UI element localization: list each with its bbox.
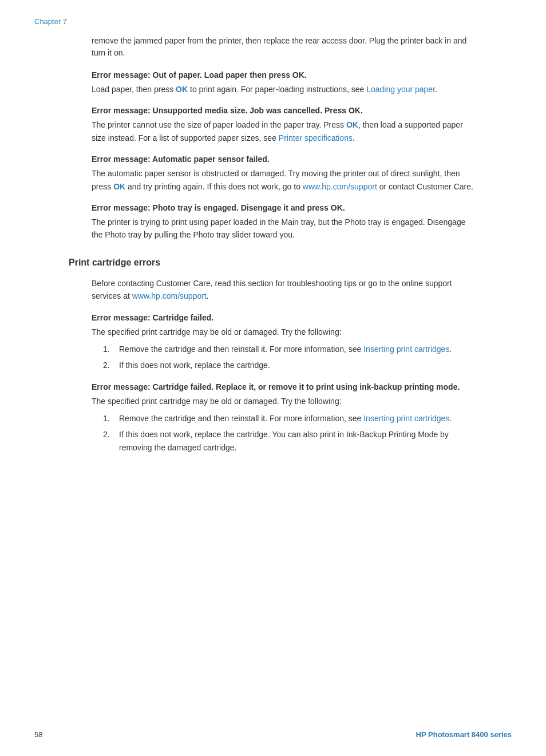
error-cartridge-failed-replace-intro: The specified print cartridge may be old… xyxy=(92,395,477,407)
inserting-cartridges-link-2[interactable]: Inserting print cartridges xyxy=(363,414,449,423)
footer: 58 HP Photosmart 8400 series xyxy=(34,730,512,739)
page: Chapter 7 remove the jammed paper from t… xyxy=(0,0,546,756)
error-cartridge-failed-replace-heading: Error message: Cartridge failed. Replace… xyxy=(92,382,477,391)
error-photo-tray-body: The printer is trying to print using pap… xyxy=(92,216,477,242)
error-out-of-paper-heading: Error message: Out of paper. Load paper … xyxy=(92,70,477,80)
error-cartridge-failed-intro: The specified print cartridge may be old… xyxy=(92,326,477,338)
list-num-3: 1. xyxy=(103,412,114,425)
list-num-4: 2. xyxy=(103,428,114,454)
printer-specifications-link[interactable]: Printer specifications xyxy=(279,133,353,143)
error-photo-tray-heading: Error message: Photo tray is engaged. Di… xyxy=(92,203,477,212)
error-unsupported-media: Error message: Unsupported media size. J… xyxy=(92,106,477,144)
list-item: 1. Remove the cartridge and then reinsta… xyxy=(103,343,477,355)
error-cartridge-failed-heading: Error message: Cartridge failed. xyxy=(92,313,477,322)
list-item: 1. Remove the cartridge and then reinsta… xyxy=(103,412,477,425)
ok-link-2: OK xyxy=(346,120,358,129)
footer-page-number: 58 xyxy=(34,730,42,739)
print-cartridge-intro: Before contacting Customer Care, read th… xyxy=(92,277,477,303)
list-item: 2. If this does not work, replace the ca… xyxy=(103,428,477,454)
list-item: 2. If this does not work, replace the ca… xyxy=(103,359,477,371)
list-item-text: If this does not work, replace the cartr… xyxy=(119,428,477,454)
hp-support-link-2[interactable]: www.hp.com/support xyxy=(132,291,207,300)
list-item-text: Remove the cartridge and then reinstall … xyxy=(119,343,452,355)
error-paper-sensor-heading: Error message: Automatic paper sensor fa… xyxy=(92,155,477,164)
list-num-1: 1. xyxy=(103,343,114,355)
inserting-cartridges-link-1[interactable]: Inserting print cartridges xyxy=(363,345,449,354)
chapter-label: Chapter 7 xyxy=(34,17,512,26)
error-cartridge-failed-replace: Error message: Cartridge failed. Replace… xyxy=(92,382,477,454)
error-unsupported-media-heading: Error message: Unsupported media size. J… xyxy=(92,106,477,115)
intro-text: remove the jammed paper from the printer… xyxy=(92,35,477,59)
error-out-of-paper: Error message: Out of paper. Load paper … xyxy=(92,70,477,96)
ok-link-3: OK xyxy=(113,182,125,191)
list-item-text: If this does not work, replace the cartr… xyxy=(119,359,270,371)
print-cartridge-section: Print cartridge errors Before contacting… xyxy=(34,258,512,454)
error-paper-sensor-body: The automatic paper sensor is obstructed… xyxy=(92,167,477,193)
error-photo-tray: Error message: Photo tray is engaged. Di… xyxy=(92,203,477,242)
error-out-of-paper-body: Load paper, then press OK to print again… xyxy=(92,83,477,96)
error-paper-sensor: Error message: Automatic paper sensor fa… xyxy=(92,155,477,193)
list-num-2: 2. xyxy=(103,359,114,371)
footer-product-name: HP Photosmart 8400 series xyxy=(416,730,512,739)
ok-link-1: OK xyxy=(176,85,188,94)
error-unsupported-media-body: The printer cannot use the size of paper… xyxy=(92,118,477,144)
list-item-text: Remove the cartridge and then reinstall … xyxy=(119,412,452,425)
hp-support-link-1[interactable]: www.hp.com/support xyxy=(303,182,377,191)
print-cartridge-heading: Print cartridge errors xyxy=(69,258,512,268)
error-cartridge-failed: Error message: Cartridge failed. The spe… xyxy=(92,313,477,372)
loading-paper-link[interactable]: Loading your paper xyxy=(366,85,435,94)
